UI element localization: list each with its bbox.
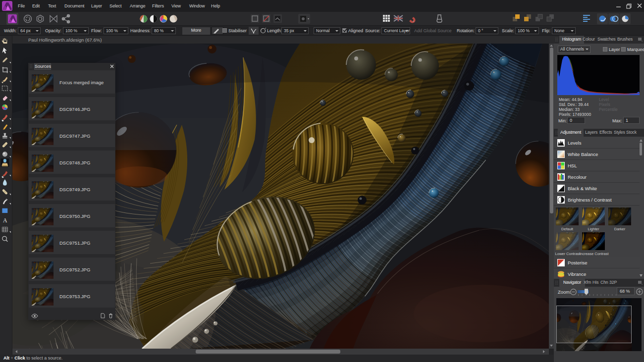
svg-text:A: A — [3, 217, 7, 224]
